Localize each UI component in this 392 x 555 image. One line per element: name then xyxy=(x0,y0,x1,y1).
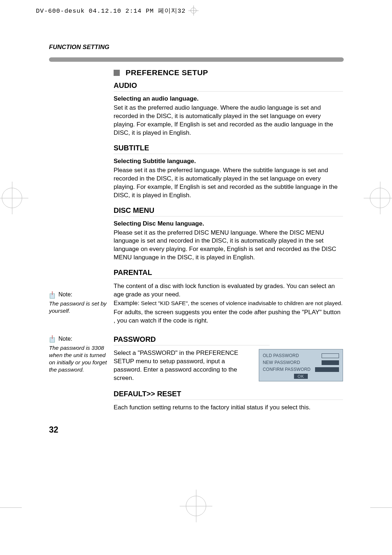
parental-heading: PARENTAL xyxy=(114,268,343,277)
page-content: FUNCTION SETTING PREFERENCE SETUP AUDIO … xyxy=(49,44,343,413)
rule xyxy=(114,278,343,279)
new-password-label: NEW PASSWORD xyxy=(263,360,300,365)
old-password-label: OLD PASSWORD xyxy=(263,353,299,358)
preference-setup-heading: PREFERENCE SETUP xyxy=(126,68,208,77)
trim-mark xyxy=(370,507,392,508)
confirm-password-label: CONFIRM PASSWORD xyxy=(263,367,311,372)
rule xyxy=(114,154,343,154)
file-header: DV-600-desuk 04.12.10 2:14 PM 페이지32 xyxy=(36,5,199,16)
subtitle-body: Please set it as the preferred language.… xyxy=(114,166,343,200)
page-number: 32 xyxy=(49,425,58,435)
audio-body: Set it as the preferred audio language. … xyxy=(114,104,343,137)
note-icon xyxy=(49,291,56,299)
preference-setup-title-row: PREFERENCE SETUP xyxy=(114,68,343,77)
section-label: FUNCTION SETTING xyxy=(49,44,343,51)
registration-mark-icon xyxy=(188,5,199,16)
subtitle-subheading: Selecting Subtitle language. xyxy=(114,158,343,165)
parental-body2: For adults, the screen suggests you ente… xyxy=(114,308,343,325)
ok-button[interactable]: OK xyxy=(294,374,308,379)
password-body: Select a "PASSWORD" in the PREFERENCE SE… xyxy=(114,349,241,382)
trim-mark xyxy=(0,507,22,508)
subtitle-heading: SUBTITLE xyxy=(114,144,343,152)
confirm-password-row: CONFIRM PASSWORD xyxy=(263,367,339,372)
registration-mark-icon xyxy=(364,182,392,214)
rule xyxy=(114,400,343,400)
old-password-row: OLD PASSWORD xyxy=(263,353,339,358)
parental-example: Example: Select "KID SAFE", the scenes o… xyxy=(114,300,343,307)
registration-mark-icon xyxy=(0,182,28,214)
parental-note: Note: The password is set by yourself. xyxy=(49,291,107,315)
example-text: Select "KID SAFE", the scenes of violenc… xyxy=(139,300,343,306)
confirm-password-field[interactable] xyxy=(315,367,339,372)
new-password-field[interactable] xyxy=(322,360,339,365)
rule xyxy=(114,216,343,216)
content-area: PREFERENCE SETUP AUDIO Selecting an audi… xyxy=(114,68,343,412)
password-note: Note: The password is 3308 when the unit… xyxy=(49,335,107,373)
disc-menu-body: Please set it as the preferred DISC MENU… xyxy=(114,229,343,262)
default-reset-body: Each function setting returns to the fac… xyxy=(114,404,343,412)
password-heading: PASSWORD xyxy=(114,335,343,344)
square-bullet-icon xyxy=(114,70,120,76)
note-label: Note: xyxy=(58,335,72,343)
registration-mark-icon xyxy=(180,490,212,522)
example-label: Example: xyxy=(114,300,139,307)
disc-menu-subheading: Selecting Disc Menu language. xyxy=(114,220,343,227)
header-text: DV-600-desuk 04.12.10 2:14 PM 페이지32 xyxy=(36,7,185,15)
audio-heading: AUDIO xyxy=(114,81,343,90)
default-reset-heading: DEFAULT>> RESET xyxy=(114,390,343,398)
disc-menu-heading: DISC MENU xyxy=(114,206,343,215)
divider-bar xyxy=(49,57,344,62)
audio-subheading: Selecting an audio language. xyxy=(114,95,343,102)
new-password-row: NEW PASSWORD xyxy=(263,360,339,365)
rule xyxy=(114,91,343,92)
parental-note-text: The password is set by yourself. xyxy=(49,300,107,315)
password-dialog: OLD PASSWORD NEW PASSWORD CONFIRM PASSWO… xyxy=(259,349,343,381)
rule xyxy=(114,345,270,345)
password-note-text: The password is 3308 when the unit is tu… xyxy=(49,344,107,374)
old-password-field[interactable] xyxy=(322,353,339,358)
note-label: Note: xyxy=(58,291,72,299)
parental-body1: The content of a disc with lock function… xyxy=(114,282,343,299)
note-icon xyxy=(49,335,56,343)
